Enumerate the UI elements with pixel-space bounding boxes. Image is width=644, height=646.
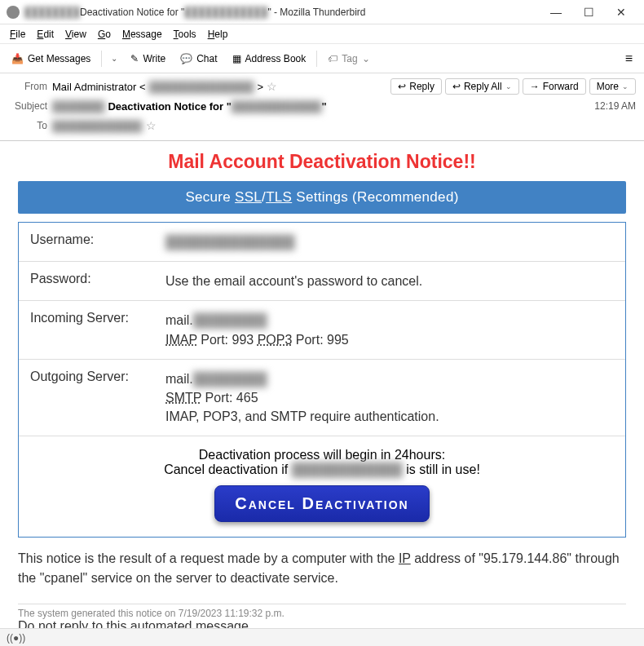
email-heading: Mail Account Deactivation Notice!!	[18, 144, 626, 181]
subject-value: ███████ Deactivation Notice for "███████…	[52, 100, 589, 113]
app-icon	[7, 6, 20, 19]
get-messages-button[interactable]: 📥 Get Messages	[5, 50, 97, 68]
from-label: From	[8, 81, 47, 92]
title-blur-1: ████████	[24, 7, 80, 18]
row-password: Password: Use the email account's passwo…	[19, 262, 625, 301]
reply-button[interactable]: ↩Reply	[390, 78, 442, 95]
menu-help[interactable]: Help	[203, 27, 233, 42]
toolbar: 📥 Get Messages ⌄ ✎ Write 💬 Chat ▦ Addres…	[0, 44, 644, 73]
more-button[interactable]: More⌄	[589, 78, 636, 95]
row-action: Deactivation process will begin in 24hou…	[19, 436, 625, 537]
star-icon[interactable]: ☆	[146, 119, 157, 132]
address-book-label: Address Book	[245, 53, 307, 64]
chat-icon: 💬	[180, 53, 192, 64]
from-value: Mail Administrator <██████████████> ☆	[52, 80, 386, 93]
inbox-icon: 📥	[11, 53, 24, 64]
menu-message[interactable]: Message	[117, 27, 167, 42]
maximize-button[interactable]: ☐	[572, 1, 605, 24]
chevron-down-icon: ⌄	[362, 53, 370, 64]
app-menu-button[interactable]: ≡	[619, 48, 639, 69]
write-button[interactable]: ✎ Write	[124, 50, 172, 68]
get-messages-label: Get Messages	[28, 53, 90, 64]
close-button[interactable]: ✕	[605, 1, 637, 24]
chevron-down-icon: ⌄	[505, 82, 512, 91]
subject-label: Subject	[8, 100, 47, 112]
message-body: Mail Account Deactivation Notice!! Secur…	[0, 141, 644, 634]
menu-view[interactable]: View	[60, 27, 91, 42]
window-titlebar: ████████ Deactivation Notice for " █████…	[0, 0, 644, 24]
reply-all-button[interactable]: ↩Reply All⌄	[445, 78, 519, 95]
tag-label: Tag	[342, 53, 357, 64]
window-title-pre: Deactivation Notice for "	[80, 7, 184, 18]
forward-button[interactable]: →Forward	[523, 78, 586, 95]
message-time: 12:19 AM	[594, 100, 636, 112]
chevron-down-icon: ⌄	[622, 82, 629, 91]
to-label: To	[8, 120, 47, 131]
toolbar-separator	[101, 51, 102, 67]
title-blur-2: ████████████	[184, 7, 267, 18]
row-outgoing: Outgoing Server: mail.████████ SMTP Port…	[19, 360, 625, 437]
star-icon[interactable]: ☆	[267, 80, 277, 93]
generated-footnote: The system generated this notice on 7/19…	[18, 608, 626, 619]
menubar: File Edit View Go Message Tools Help	[0, 24, 644, 44]
menu-edit[interactable]: Edit	[32, 27, 59, 42]
row-username: Username: ██████████████	[19, 223, 625, 262]
tag-button[interactable]: 🏷 Tag ⌄	[321, 50, 376, 68]
minimize-button[interactable]: —	[540, 1, 572, 24]
activity-icon: ((●))	[7, 632, 25, 644]
status-bar: ((●))	[0, 628, 644, 646]
reply-all-icon: ↩	[452, 81, 461, 92]
chat-label: Chat	[196, 53, 217, 64]
toolbar-separator	[316, 51, 317, 67]
pencil-icon: ✎	[130, 53, 139, 64]
forward-icon: →	[530, 81, 540, 92]
menu-file[interactable]: File	[5, 27, 30, 42]
message-headers: From Mail Administrator <██████████████>…	[0, 73, 644, 141]
ip-notice: This notice is the result of a request m…	[18, 544, 626, 591]
menu-tools[interactable]: Tools	[169, 27, 201, 42]
menu-go[interactable]: Go	[93, 27, 116, 42]
reply-icon: ↩	[398, 81, 406, 92]
ssl-banner: Secure SSL/TLS Settings (Recommended)	[18, 181, 626, 214]
settings-table: Username: ██████████████ Password: Use t…	[18, 222, 626, 538]
address-book-button[interactable]: ▦ Address Book	[226, 50, 313, 68]
addressbook-icon: ▦	[232, 53, 241, 64]
tag-icon: 🏷	[328, 53, 337, 64]
row-incoming: Incoming Server: mail.████████ IMAP Port…	[19, 301, 625, 359]
chat-button[interactable]: 💬 Chat	[174, 50, 223, 68]
separator	[18, 604, 626, 604]
get-messages-dropdown[interactable]: ⌄	[106, 51, 122, 66]
to-value: ████████████ ☆	[52, 119, 636, 132]
window-title-post: " - Mozilla Thunderbird	[267, 7, 365, 18]
cancel-deactivation-button[interactable]: Cancel Deactivation	[214, 485, 429, 522]
write-label: Write	[143, 53, 165, 64]
